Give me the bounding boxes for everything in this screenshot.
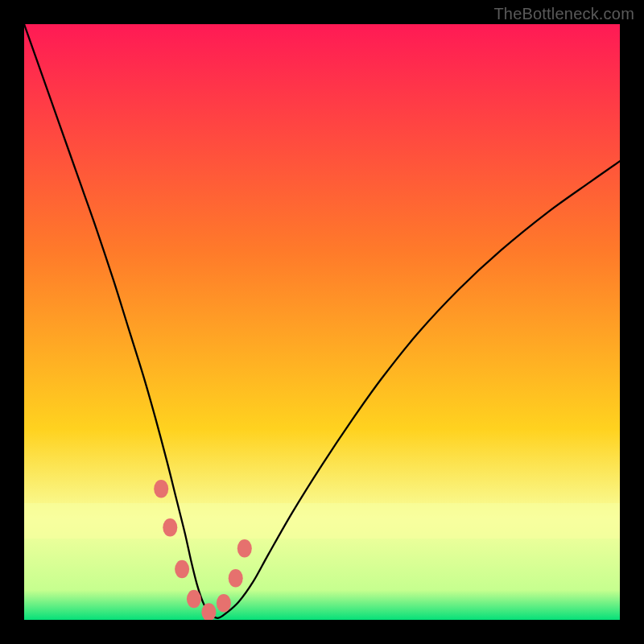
chart-marker [175, 560, 189, 579]
chart-frame: TheBottleneck.com [0, 0, 644, 644]
chart-marker [237, 539, 252, 558]
watermark-text: TheBottleneck.com [493, 5, 634, 23]
chart-marker [229, 569, 243, 588]
chart-pale-band [24, 503, 620, 539]
chart-marker [154, 480, 168, 498]
chart-marker [163, 518, 177, 537]
chart-marker [217, 594, 231, 613]
chart-svg [24, 24, 620, 620]
chart-plot-area [24, 24, 620, 620]
chart-marker [187, 590, 201, 609]
